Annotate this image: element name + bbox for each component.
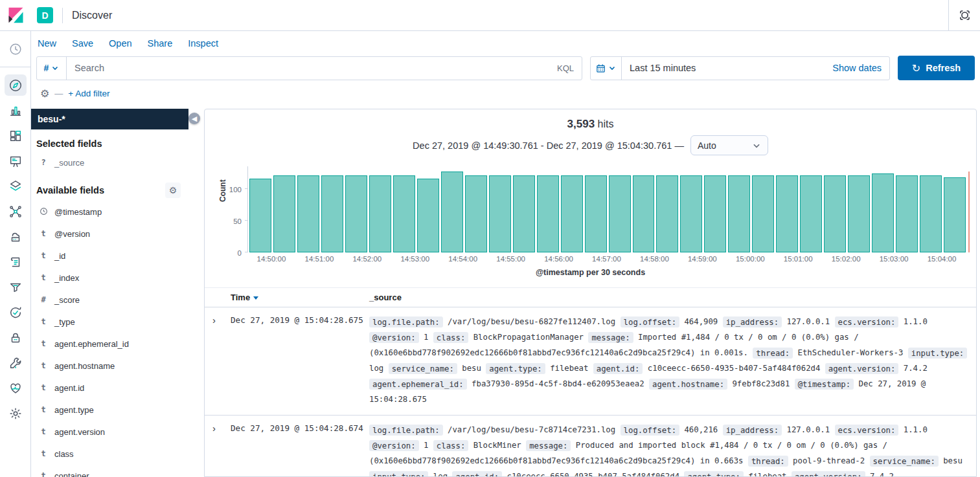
viewfinder-icon[interactable] xyxy=(949,8,980,22)
x-axis-tick-label: 14:58:00 xyxy=(640,255,669,263)
histogram-bar[interactable] xyxy=(728,175,750,252)
interval-select[interactable]: Auto xyxy=(690,135,768,155)
field-item-agent.hostname[interactable]: tagent.hostname xyxy=(36,355,199,377)
histogram-bar[interactable] xyxy=(369,175,391,252)
field-item-agent.id[interactable]: tagent.id xyxy=(36,377,199,399)
source-field-key: message: xyxy=(588,332,633,343)
collapse-sidebar-button[interactable]: ◀ xyxy=(188,113,200,124)
nav-item-lock[interactable] xyxy=(5,327,27,348)
histogram-bar[interactable] xyxy=(920,175,942,252)
field-item-agent.ephemeral_id[interactable]: tagent.ephemeral_id xyxy=(36,333,199,355)
histogram-bar[interactable] xyxy=(465,175,487,252)
histogram-bar[interactable] xyxy=(441,172,463,252)
histogram-bar[interactable] xyxy=(345,175,367,252)
menu-item-new[interactable]: New xyxy=(38,38,56,49)
nav-item-bar-chart[interactable] xyxy=(5,100,27,121)
nav-item-compass[interactable] xyxy=(5,74,27,96)
nav-item-maps-layers[interactable] xyxy=(5,175,27,197)
field-name: _id xyxy=(54,251,65,261)
histogram-bar[interactable] xyxy=(680,175,702,252)
histogram-bar[interactable] xyxy=(561,175,583,252)
histogram-bar[interactable] xyxy=(297,175,319,252)
y-axis-tick-label: 0 xyxy=(225,249,242,257)
index-pattern-header[interactable]: besu-* xyxy=(31,109,188,129)
show-dates-link[interactable]: Show dates xyxy=(832,63,889,73)
histogram-bar[interactable] xyxy=(489,175,511,252)
histogram-bar[interactable] xyxy=(656,175,678,252)
nav-item-clock[interactable] xyxy=(5,38,27,60)
space-badge[interactable]: D xyxy=(37,7,53,23)
nav-item-infrastructure[interactable] xyxy=(5,226,27,247)
nav-item-logs[interactable] xyxy=(5,251,27,272)
search-input[interactable] xyxy=(67,63,557,73)
y-axis-tick-mark xyxy=(245,252,248,252)
histogram-bar[interactable] xyxy=(704,175,726,252)
menu-item-inspect[interactable]: Inspect xyxy=(188,38,218,49)
field-item-_id[interactable]: t_id xyxy=(36,245,199,267)
histogram-bar[interactable] xyxy=(896,175,918,252)
histogram-bar[interactable] xyxy=(609,175,631,252)
histogram-bar[interactable] xyxy=(848,175,870,252)
source-field-key: log.offset: xyxy=(621,316,679,327)
nav-item-uptime[interactable] xyxy=(5,302,27,323)
histogram-bar[interactable] xyxy=(537,175,559,252)
nav-item-machine-learning[interactable] xyxy=(5,201,27,222)
menu-item-open[interactable]: Open xyxy=(109,38,131,49)
histogram-bar[interactable] xyxy=(824,175,846,252)
saved-query-menu-button[interactable]: # xyxy=(37,57,67,80)
nav-item-gear[interactable] xyxy=(5,403,27,424)
table-header-row: Time _source xyxy=(205,287,976,307)
histogram-bar[interactable] xyxy=(417,179,439,252)
query-language-badge[interactable]: KQL xyxy=(557,63,582,73)
histogram-bar[interactable] xyxy=(513,175,535,252)
nav-item-canvas[interactable] xyxy=(5,150,27,172)
calendar-menu-button[interactable] xyxy=(591,57,622,80)
histogram-bar[interactable] xyxy=(800,175,822,252)
field-item-class[interactable]: tclass xyxy=(36,443,199,465)
field-item-@timestamp[interactable]: @timestamp xyxy=(36,201,199,223)
field-item-container[interactable]: tcontainer xyxy=(36,465,199,477)
field-item-@version[interactable]: t@version xyxy=(36,223,199,245)
sort-descending-icon[interactable] xyxy=(253,296,258,300)
source-field-key: agent.id: xyxy=(593,363,643,374)
field-item-_score[interactable]: #_score xyxy=(36,289,199,311)
kibana-logo[interactable] xyxy=(0,0,32,30)
time-column-header[interactable]: Time xyxy=(231,293,368,302)
text-field-icon: t xyxy=(39,383,48,392)
menu-item-save[interactable]: Save xyxy=(72,38,93,49)
field-item-_index[interactable]: t_index xyxy=(36,267,199,289)
menu-item-share[interactable]: Share xyxy=(148,38,173,49)
refresh-button[interactable]: ↻ Refresh xyxy=(898,56,975,80)
histogram-bar[interactable] xyxy=(321,175,343,252)
histogram-bar[interactable] xyxy=(752,175,774,252)
histogram-bar[interactable] xyxy=(585,175,607,252)
expand-row-icon[interactable]: › xyxy=(210,422,229,477)
nav-item-dashboard[interactable] xyxy=(5,125,27,146)
histogram-bar[interactable] xyxy=(273,175,295,252)
histogram-bar[interactable] xyxy=(633,175,655,252)
y-axis-tick-label: 50 xyxy=(225,217,242,225)
histogram-bar[interactable] xyxy=(393,175,415,252)
time-range-value[interactable]: Last 15 minutes xyxy=(622,63,832,73)
page-title: Discover xyxy=(72,10,112,21)
expand-row-icon[interactable]: › xyxy=(210,314,229,407)
nav-item-apm[interactable] xyxy=(5,276,27,298)
field-item-_type[interactable]: t_type xyxy=(36,311,199,333)
date-field-icon xyxy=(39,207,48,216)
nav-item-wrench[interactable] xyxy=(5,352,27,373)
clock-icon xyxy=(8,42,23,56)
filter-settings-gear-icon[interactable]: ⚙ xyxy=(40,89,49,99)
field-item-agent.version[interactable]: tagent.version xyxy=(36,421,199,443)
field-settings-button[interactable]: ⚙ xyxy=(165,183,181,198)
histogram-bar[interactable] xyxy=(249,179,271,252)
canvas-icon xyxy=(8,154,23,168)
histogram-bar[interactable] xyxy=(872,173,894,252)
histogram-chart[interactable]: Count 050100 14:50:0014:51:0014:52:0014:… xyxy=(247,170,966,266)
nav-item-heartbeat[interactable] xyxy=(5,377,27,399)
add-filter-button[interactable]: + Add filter xyxy=(68,89,109,98)
histogram-bar[interactable] xyxy=(776,175,798,252)
histogram-bar[interactable] xyxy=(944,177,966,252)
field-item-agent.type[interactable]: tagent.type xyxy=(36,399,199,421)
row-source-cell: log.file.path: /var/log/besu/besu-6827fe… xyxy=(369,314,971,407)
field-item-_source[interactable]: ?_source xyxy=(36,151,199,173)
